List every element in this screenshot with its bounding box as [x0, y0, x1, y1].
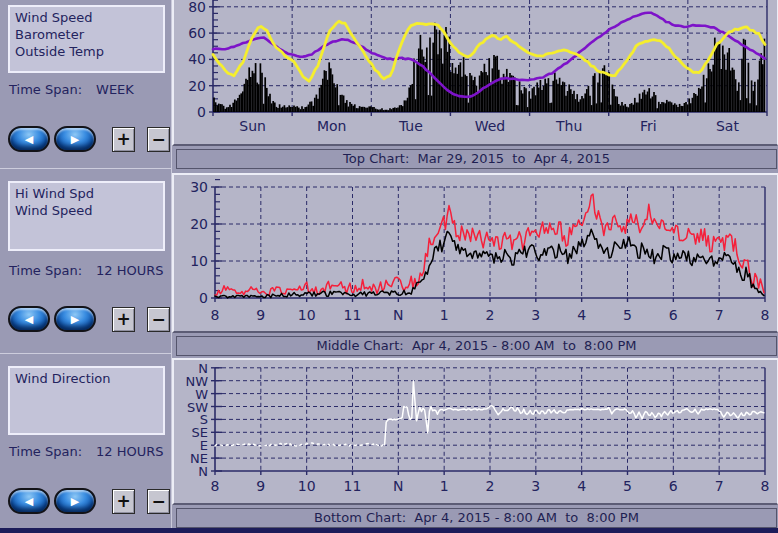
right-arrow-icon: ▶ — [71, 314, 79, 325]
zoom-out-button[interactable]: − — [147, 489, 170, 514]
svg-text:10: 10 — [298, 478, 316, 494]
zoom-in-button[interactable]: + — [112, 489, 135, 514]
top-chart-controls: Wind SpeedBarometerOutside Temp Time Spa… — [0, 0, 171, 168]
middle-chart-caption: Middle Chart: Apr 4, 2015 - 8:00 AM to 8… — [176, 336, 777, 356]
svg-text:9: 9 — [256, 478, 265, 494]
chart-column: 020406080SunMonTueWedThuFriSat Top Chart… — [172, 0, 778, 528]
svg-text:8: 8 — [211, 307, 220, 323]
left-arrow-icon: ◀ — [25, 314, 33, 325]
svg-text:4: 4 — [577, 478, 586, 494]
left-arrow-icon: ◀ — [25, 134, 33, 145]
svg-text:8: 8 — [761, 478, 770, 494]
svg-text:Mon: Mon — [317, 118, 347, 134]
bottom-chart[interactable]: NNEESESSWWNWN891011N12345678 — [172, 358, 778, 505]
bottom-chart-caption: Bottom Chart: Apr 4, 2015 - 8:00 AM to 8… — [176, 508, 777, 528]
svg-text:N: N — [393, 478, 403, 494]
right-arrow-icon: ▶ — [71, 496, 79, 507]
timespan-value: 12 HOURS — [96, 263, 163, 278]
next-button[interactable]: ▶ — [54, 126, 96, 152]
svg-text:8: 8 — [761, 307, 770, 323]
list-item[interactable]: Wind Speed — [15, 9, 163, 26]
timespan-label: Time Span: — [9, 263, 82, 278]
list-item[interactable]: Wind Direction — [15, 370, 163, 387]
bottom-chart-series-list[interactable]: Wind Direction — [8, 366, 165, 435]
svg-text:S: S — [200, 412, 208, 427]
bottom-chart-controls: Wind Direction Time Span:12 HOURS ◀ ▶ + … — [0, 353, 171, 528]
svg-text:40: 40 — [188, 51, 206, 67]
top-chart-nav: ◀ ▶ + − — [8, 126, 170, 152]
bottom-chart-timespan: Time Span:12 HOURS — [9, 444, 164, 459]
timespan-label: Time Span: — [9, 82, 82, 97]
minus-icon: − — [151, 493, 165, 510]
svg-text:NE: NE — [190, 451, 208, 466]
svg-text:5: 5 — [623, 307, 632, 323]
svg-text:60: 60 — [188, 25, 206, 41]
prev-button[interactable]: ◀ — [8, 126, 50, 152]
svg-text:Sat: Sat — [716, 118, 739, 134]
svg-text:3: 3 — [531, 307, 540, 323]
minus-icon: − — [151, 311, 165, 328]
prev-button[interactable]: ◀ — [8, 306, 50, 332]
control-sidebar: Wind SpeedBarometerOutside Temp Time Spa… — [0, 0, 172, 528]
top-chart-timespan: Time Span:WEEK — [9, 82, 134, 97]
zoom-out-button[interactable]: − — [147, 127, 170, 152]
zoom-in-button[interactable]: + — [112, 127, 135, 152]
top-chart-series-list[interactable]: Wind SpeedBarometerOutside Temp — [8, 5, 165, 73]
svg-text:Sun: Sun — [239, 118, 266, 134]
next-button[interactable]: ▶ — [54, 488, 96, 514]
svg-text:Fri: Fri — [640, 118, 657, 134]
svg-text:7: 7 — [715, 478, 724, 494]
svg-text:11: 11 — [344, 478, 362, 494]
svg-text:8: 8 — [211, 478, 220, 494]
svg-text:NW: NW — [185, 374, 208, 389]
prev-button[interactable]: ◀ — [8, 488, 50, 514]
svg-text:10: 10 — [190, 253, 208, 269]
plus-icon: + — [116, 311, 130, 328]
svg-text:6: 6 — [669, 307, 678, 323]
svg-text:4: 4 — [577, 307, 586, 323]
timespan-value: 12 HOURS — [96, 444, 163, 459]
svg-text:20: 20 — [188, 78, 206, 94]
timespan-value: WEEK — [96, 82, 134, 97]
svg-text:5: 5 — [623, 478, 632, 494]
next-button[interactable]: ▶ — [54, 306, 96, 332]
plus-icon: + — [116, 131, 130, 148]
middle-chart-series-list[interactable]: Hi Wind SpdWind Speed — [8, 181, 165, 251]
list-item[interactable]: Hi Wind Spd — [15, 185, 163, 202]
list-item[interactable]: Outside Temp — [15, 43, 163, 60]
zoom-in-button[interactable]: + — [112, 307, 135, 332]
svg-text:1: 1 — [440, 478, 449, 494]
svg-text:SW: SW — [187, 400, 208, 415]
svg-text:Wed: Wed — [475, 118, 506, 134]
bottom-window-edge — [0, 528, 778, 533]
middle-chart-timespan: Time Span:12 HOURS — [9, 263, 164, 278]
svg-text:SE: SE — [192, 425, 208, 440]
svg-text:3: 3 — [531, 478, 540, 494]
svg-text:7: 7 — [715, 307, 724, 323]
minus-icon: − — [151, 131, 165, 148]
svg-text:W: W — [195, 387, 208, 402]
left-arrow-icon: ◀ — [25, 496, 33, 507]
list-item[interactable]: Barometer — [15, 26, 163, 43]
plus-icon: + — [116, 493, 130, 510]
svg-text:20: 20 — [190, 216, 208, 232]
svg-text:1: 1 — [440, 307, 449, 323]
middle-chart[interactable]: 0102030891011N12345678 — [172, 173, 778, 333]
svg-text:Thu: Thu — [555, 118, 582, 134]
svg-text:80: 80 — [188, 0, 206, 15]
timespan-label: Time Span: — [9, 444, 82, 459]
top-chart[interactable]: 020406080SunMonTueWedThuFriSat — [172, 0, 778, 146]
svg-text:E: E — [200, 438, 208, 453]
svg-text:N: N — [198, 464, 208, 479]
svg-text:30: 30 — [190, 179, 208, 195]
svg-text:0: 0 — [199, 290, 208, 306]
middle-chart-controls: Hi Wind SpdWind Speed Time Span:12 HOURS… — [0, 168, 171, 353]
svg-text:N: N — [198, 361, 208, 376]
svg-text:10: 10 — [298, 307, 316, 323]
zoom-out-button[interactable]: − — [147, 307, 170, 332]
svg-text:11: 11 — [344, 307, 362, 323]
bottom-chart-nav: ◀ ▶ + − — [8, 488, 170, 514]
svg-text:Tue: Tue — [398, 118, 423, 134]
svg-text:9: 9 — [256, 307, 265, 323]
list-item[interactable]: Wind Speed — [15, 202, 163, 219]
